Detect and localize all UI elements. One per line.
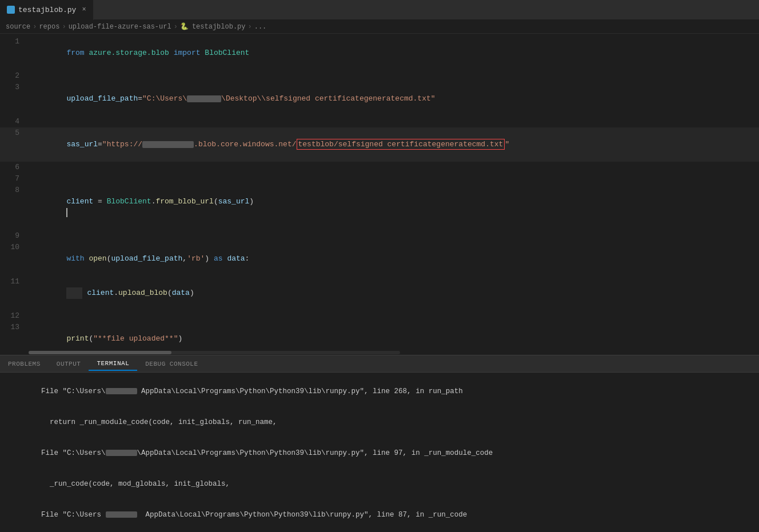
code-line-12: 12 [0, 310, 759, 322]
breadcrumb-sep4: › [248, 23, 252, 31]
editor: 1 from azure.storage.blob import BlobCli… [0, 34, 759, 355]
text-cursor [66, 208, 67, 217]
line-content-3: upload_file_path="C:\Users\ \Desktop\\se… [29, 82, 759, 116]
tab-problems[interactable]: PROBLEMS [0, 358, 49, 370]
line-content-13: print("**file uploaded**") [29, 322, 759, 350]
code-line-5: 5 sas_url="https:// .blob.core.windows.n… [0, 127, 759, 162]
line-number-8: 8 [0, 185, 29, 196]
line-number-5: 5 [0, 127, 29, 139]
line-number-13: 13 [0, 322, 29, 333]
var-sas-url: sas_url [66, 140, 98, 149]
line-content-1: from azure.storage.blob import BlobClien… [29, 36, 759, 70]
breadcrumb-upload[interactable]: upload-file-azure-sas-url [69, 23, 171, 31]
line-content-9 [29, 230, 759, 242]
cls-blobclient2: BlobClient [107, 197, 151, 206]
var-data: data [227, 254, 245, 263]
line-content-11: client.upload_blob(data) [29, 276, 759, 310]
panel: PROBLEMS OUTPUT TERMINAL DEBUG CONSOLE F… [0, 355, 759, 532]
line-number-7: 7 [0, 173, 29, 185]
string-blob-path: testblob/selfsigned certificategeneratec… [298, 140, 504, 149]
line-number-2: 2 [0, 70, 29, 82]
func-open: open [89, 254, 106, 263]
term-line-2: return _run_module_code(code, init_globa… [7, 407, 752, 438]
scrollbar-track[interactable] [29, 351, 400, 354]
func-upload-blob: upload_blob [118, 289, 167, 297]
code-line-9: 9 [0, 230, 759, 242]
line-content-10: with open(upload_file_path,'rb') as data… [29, 242, 759, 276]
string-path: "C:\Users\ \Desktop\\selfsigned certific… [142, 94, 435, 103]
string-sas-url: "https:// .blob.core.windows.net/ [102, 140, 297, 149]
horizontal-scrollbar-area [0, 350, 759, 355]
code-line-4: 4 [0, 116, 759, 127]
panel-tab-bar: PROBLEMS OUTPUT TERMINAL DEBUG CONSOLE [0, 355, 759, 373]
line-content-7 [29, 173, 759, 185]
python-file-icon [7, 6, 15, 14]
term-line-5: File "C:\Users AppData\Local\Programs\Py… [7, 499, 752, 530]
breadcrumb-repos[interactable]: repos [39, 23, 59, 31]
python-breadcrumb-icon: 🐍 [180, 22, 189, 31]
terminal-content[interactable]: File "C:\Users\ AppData\Local\Programs\P… [0, 373, 759, 532]
code-line-1: 1 from azure.storage.blob import BlobCli… [0, 36, 759, 70]
code-line-8: 8 client = BlobClient.from_blob_url(sas_… [0, 185, 759, 230]
breadcrumb-sep2: › [62, 23, 66, 31]
code-line-6: 6 [0, 162, 759, 173]
string-rb: 'rb' [187, 254, 205, 263]
var-sas-url2: sas_url [218, 197, 250, 206]
line-content-8: client = BlobClient.from_blob_url(sas_ur… [29, 185, 759, 230]
line-content-12 [29, 310, 759, 322]
keyword-with: with [66, 254, 84, 263]
var-upload2: upload_file_path [111, 254, 182, 263]
tab-testajblob[interactable]: testajblob.py × [0, 0, 94, 20]
line-number-12: 12 [0, 310, 29, 322]
line-number-6: 6 [0, 162, 29, 173]
line-content-5: sas_url="https:// .blob.core.windows.net… [29, 127, 759, 162]
breadcrumb-file[interactable]: testajblob.py [192, 23, 246, 31]
breadcrumb: source › repos › upload-file-azure-sas-u… [0, 20, 759, 34]
term-line-1: File "C:\Users\ AppData\Local\Programs\P… [7, 376, 752, 407]
term-line-4: _run_code(code, mod_globals, init_global… [7, 469, 752, 499]
code-line-7: 7 [0, 173, 759, 185]
line-number-1: 1 [0, 36, 29, 47]
term-line-3: File "C:\Users\ \AppData\Local\Programs\… [7, 438, 752, 469]
func-print: print [66, 334, 89, 343]
line-content-4 [29, 116, 759, 127]
var-upload-path: upload_file_path [66, 94, 138, 103]
line-content-2 [29, 70, 759, 82]
tab-close-button[interactable]: × [82, 6, 86, 14]
var-data2: data [172, 289, 190, 297]
tab-debug-console[interactable]: DEBUG CONSOLE [137, 358, 206, 370]
line-number-9: 9 [0, 230, 29, 242]
keyword-import: import [174, 49, 201, 57]
string-sas-end: " [505, 140, 509, 149]
code-line-11: 11 client.upload_blob(data) [0, 276, 759, 310]
breadcrumb-ellipsis: ... [254, 23, 267, 31]
code-line-3: 3 upload_file_path="C:\Users\ \Desktop\\… [0, 82, 759, 116]
line-content-6 [29, 162, 759, 173]
line-number-10: 10 [0, 242, 29, 253]
line-number-11: 11 [0, 276, 29, 287]
scrollbar-thumb[interactable] [29, 351, 171, 354]
code-line-2: 2 [0, 70, 759, 82]
code-line-13: 13 print("**file uploaded**") [0, 322, 759, 350]
func-from-blob-url: from_blob_url [155, 197, 213, 206]
tab-terminal[interactable]: TERMINAL [89, 357, 137, 371]
code-area[interactable]: 1 from azure.storage.blob import BlobCli… [0, 34, 759, 350]
breadcrumb-sep: › [33, 23, 37, 31]
module-name: azure.storage.blob [89, 49, 169, 57]
line-number-4: 4 [0, 116, 29, 127]
code-line-10: 10 with open(upload_file_path,'rb') as d… [0, 242, 759, 276]
line-number-3: 3 [0, 82, 29, 93]
class-blobclient: BlobClient [205, 49, 249, 57]
string-uploaded: "**file uploaded**" [93, 334, 178, 343]
tab-bar: testajblob.py × [0, 0, 759, 20]
keyword-from: from [66, 49, 84, 57]
tab-label: testajblob.py [18, 6, 76, 14]
tab-output[interactable]: OUTPUT [49, 358, 89, 370]
keyword-as: as [214, 254, 223, 263]
breadcrumb-sep3: › [174, 23, 178, 31]
breadcrumb-source[interactable]: source [6, 23, 30, 31]
var-client: client [66, 197, 93, 206]
var-client2: client [87, 289, 114, 297]
